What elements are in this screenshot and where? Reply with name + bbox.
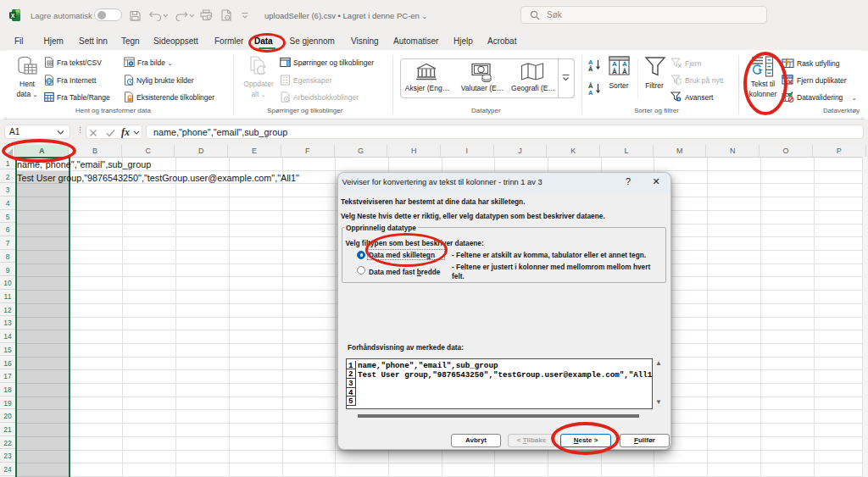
svg-text:Å: Å <box>588 65 593 72</box>
svg-text:Å: Å <box>622 68 627 75</box>
svg-text:A: A <box>588 89 593 96</box>
svg-text:X: X <box>11 12 15 18</box>
svg-text:Å: Å <box>612 68 617 75</box>
